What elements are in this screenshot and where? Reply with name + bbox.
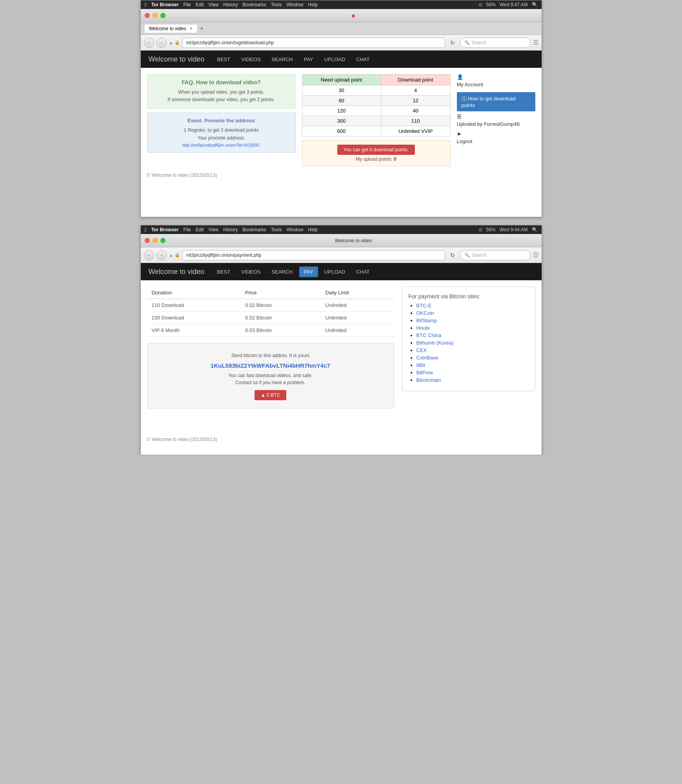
pay-cell-price: 0.02 Bitcoin — [240, 299, 321, 312]
uploaded-by-link[interactable]: Uploded by ForrestGump48 — [457, 120, 535, 129]
os-menu-right-2: ⊙ 56% Wed 9:44 AM 🔍 — [478, 227, 538, 232]
back-button-2[interactable]: ← — [144, 250, 154, 260]
menu-help-1[interactable]: Help — [308, 2, 318, 7]
menu-view-1[interactable]: View — [208, 2, 218, 7]
uploaded-container: ☰ Uploded by ForrestGump48 — [457, 114, 535, 129]
security-icon-1: ▲ — [169, 40, 173, 45]
table-row: 304 — [302, 85, 450, 96]
upload-points-label: My upload points: 0 — [306, 156, 446, 162]
reload-button-2[interactable]: ↻ — [447, 250, 458, 260]
menu-tools-2[interactable]: Tools — [271, 227, 282, 232]
points-table: Need upload point Download point 304 601… — [302, 74, 451, 136]
search-icon-top-2[interactable]: 🔍 — [532, 227, 538, 232]
faq-title: FAQ. How to download video? — [152, 79, 291, 85]
menu-edit-2[interactable]: Edit — [196, 227, 204, 232]
btc-button[interactable]: ▲ 0 BTC — [255, 390, 286, 400]
table-row: 300110 — [302, 116, 450, 126]
search-icon-top[interactable]: 🔍 — [532, 2, 538, 7]
menu-file-2[interactable]: File — [183, 227, 191, 232]
bithumb-link[interactable]: Bithumb (Korea) — [416, 340, 454, 346]
maximize-button-2[interactable] — [160, 238, 165, 243]
reload-button-1[interactable]: ↻ — [447, 38, 458, 48]
how-to-button[interactable]: ⓘ How to get download points — [457, 92, 535, 111]
btcchina-link[interactable]: BTC China — [416, 332, 442, 338]
url-text-1: mt3pirzdiyqf6jim.onion/togetdownload.php — [186, 40, 274, 45]
nav-chat-2[interactable]: CHAT — [351, 267, 374, 277]
bitcoin-section: Send bitcoin to this addres. It is yours… — [147, 343, 394, 408]
nav-best-1[interactable]: BEST — [212, 54, 235, 65]
url-text-2: mt3pirzdiyqf6jim.onion/payment.php — [186, 252, 261, 258]
search-bar-1[interactable]: 🔍 Search — [460, 38, 531, 48]
pay-cell-limit: Unlimited — [321, 312, 394, 324]
btce-link[interactable]: BTC-E — [416, 303, 432, 309]
list-item: Bithumb (Korea) — [416, 340, 529, 346]
site-nav-1: Welcome to video BEST VIDEOS SEARCH PAY … — [141, 51, 542, 68]
minimize-button-2[interactable] — [153, 238, 158, 243]
site-title-2: Welcome to video — [149, 268, 205, 276]
nav-videos-1[interactable]: VIDEOS — [236, 54, 265, 65]
event-box: Event. Promote the address 1 Register, t… — [147, 113, 296, 152]
content-left-1: FAQ. How to download video? When you upl… — [147, 74, 296, 166]
menu-window-1[interactable]: Window — [287, 2, 304, 7]
nav-videos-2[interactable]: VIDEOS — [236, 267, 265, 277]
pay-cell-price: 0.03 Bitcoin — [240, 324, 321, 337]
download-info-box: You can get 0 download points. My upload… — [302, 140, 451, 166]
content-2: Donation Price Daily Limit 110 Download … — [141, 280, 542, 455]
back-button-1[interactable]: ← — [144, 38, 154, 48]
list-item: CoinBase — [416, 355, 529, 361]
nav-search-1[interactable]: SEARCH — [267, 54, 297, 65]
nav-search-2[interactable]: SEARCH — [267, 267, 297, 277]
cell-upload: 600 — [302, 126, 381, 136]
sidebar-1: 👤 My Account ⓘ How to get download point… — [457, 74, 535, 166]
tab-close-1[interactable]: ✕ — [189, 26, 193, 31]
houbi-link[interactable]: Houbi — [416, 325, 430, 331]
minimize-button[interactable] — [153, 13, 158, 18]
itbit-link[interactable]: ItBit — [416, 362, 425, 368]
nav-pay-1[interactable]: PAY — [299, 54, 318, 65]
menu-history-2[interactable]: History — [223, 227, 238, 232]
bitfinix-link[interactable]: BitFinix — [416, 370, 433, 376]
url-bar-2[interactable]: mt3pirzdiyqf6jim.onion/payment.php — [182, 250, 445, 260]
logout-link[interactable]: Logout — [457, 137, 535, 146]
close-button-2[interactable] — [145, 238, 150, 243]
os-menu-right-1: ⊙ 56% Wed 9:47 AM 🔍 — [478, 2, 538, 7]
my-account-link[interactable]: My Account — [457, 80, 535, 89]
close-button[interactable] — [145, 13, 150, 18]
menu-bookmarks-2[interactable]: Bookmarks — [243, 227, 266, 232]
search-bar-2[interactable]: 🔍 Search — [460, 250, 531, 260]
traffic-lights-2 — [145, 238, 165, 243]
maximize-button[interactable] — [160, 13, 165, 18]
menu-bookmarks-1[interactable]: Bookmarks — [243, 2, 266, 7]
nav-upload-2[interactable]: UPLOAD — [320, 267, 350, 277]
menu-tools-1[interactable]: Tools — [271, 2, 282, 7]
menu-history-1[interactable]: History — [223, 2, 238, 7]
blockchain-link[interactable]: Blockchain — [416, 377, 441, 383]
nav-best-2[interactable]: BEST — [212, 267, 235, 277]
menu-file-1[interactable]: File — [183, 2, 191, 7]
forward-button-2[interactable]: → — [156, 250, 167, 260]
menu-edit-1[interactable]: Edit — [196, 2, 204, 7]
bitstamp-link[interactable]: BitStamp — [416, 318, 437, 323]
okcoin-link[interactable]: OKCoin — [416, 310, 435, 316]
forward-button-1[interactable]: → — [156, 38, 167, 48]
tab-1[interactable]: Welcome to video ✕ — [144, 24, 198, 33]
nav-upload-1[interactable]: UPLOAD — [320, 54, 350, 65]
new-tab-button-1[interactable]: + — [200, 25, 204, 32]
wifi-icon-2: ⊙ — [478, 227, 482, 232]
event-link[interactable]: http://mt3pirzdiyqf6jim.onion?id=A01B9C — [182, 143, 260, 147]
menu-help-2[interactable]: Help — [308, 227, 318, 232]
pay-row: VIP 6 Month 0.03 Bitcoin Unlimited — [147, 324, 394, 337]
nav-pay-2[interactable]: PAY — [299, 267, 318, 277]
menu-view-2[interactable]: View — [208, 227, 218, 232]
bitcoin-address[interactable]: 1KuL583biZ2YtkWFAbvLTNi4bHR7hmY4c7 — [155, 362, 386, 369]
app-name-2: Tor Browser — [151, 227, 179, 232]
site-nav-2: Welcome to video BEST VIDEOS SEARCH PAY … — [141, 263, 542, 280]
url-bar-1[interactable]: mt3pirzdiyqf6jim.onion/togetdownload.php — [182, 38, 445, 48]
lock-icon-2: 🔒 — [175, 252, 180, 258]
menu-window-2[interactable]: Window — [287, 227, 304, 232]
nav-chat-1[interactable]: CHAT — [351, 54, 374, 65]
cex-link[interactable]: CEX — [416, 347, 427, 353]
download-points-button[interactable]: You can get 0 download points. — [337, 145, 415, 155]
wifi-icon: ⊙ — [478, 2, 482, 7]
coinbase-link[interactable]: CoinBase — [416, 355, 438, 361]
